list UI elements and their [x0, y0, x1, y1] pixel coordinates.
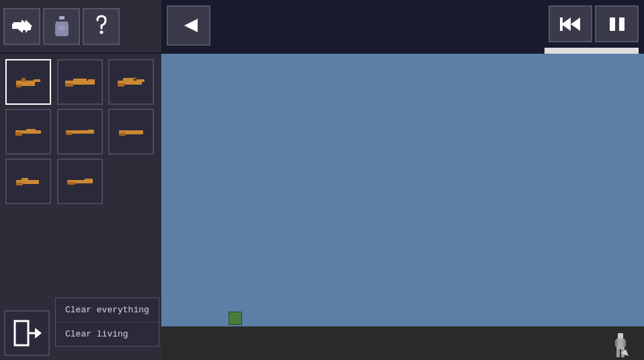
svg-marker-0 — [12, 19, 32, 33]
svg-rect-1 — [12, 25, 26, 28]
svg-point-3 — [58, 26, 65, 31]
svg-marker-34 — [561, 17, 571, 31]
item-cell-4[interactable] — [5, 109, 51, 154]
top-toolbar — [0, 0, 161, 54]
back-button[interactable] — [167, 5, 210, 46]
svg-rect-14 — [118, 83, 124, 87]
item-cell-7[interactable] — [5, 159, 51, 204]
clear-everything-button[interactable]: Clear everything — [56, 298, 159, 322]
game-area[interactable] — [161, 54, 644, 326]
svg-rect-32 — [85, 179, 93, 181]
item-cell-6[interactable]: └┘ — [108, 109, 154, 154]
progress-bar — [545, 48, 639, 54]
swap-button[interactable] — [3, 8, 40, 45]
character-sprite — [229, 312, 242, 325]
svg-rect-37 — [610, 17, 615, 31]
svg-rect-20 — [26, 129, 36, 132]
svg-rect-44 — [615, 340, 618, 347]
svg-rect-39 — [15, 321, 28, 345]
svg-rect-2 — [59, 16, 65, 19]
playback-buttons — [543, 0, 644, 48]
svg-rect-15 — [136, 79, 145, 82]
svg-rect-7 — [22, 78, 26, 82]
svg-rect-28 — [16, 183, 23, 185]
svg-point-4 — [99, 31, 103, 34]
top-right-controls — [536, 0, 644, 54]
bag-button[interactable] — [43, 8, 80, 45]
progress-bar-container — [545, 48, 639, 54]
svg-rect-22 — [66, 132, 73, 135]
pause-button[interactable] — [595, 5, 639, 42]
exit-button[interactable] — [4, 310, 50, 356]
svg-rect-42 — [618, 333, 623, 339]
item-cell-8[interactable] — [57, 159, 103, 204]
svg-rect-45 — [623, 340, 626, 347]
bottom-left-panel: Clear everything Clear living — [0, 306, 161, 360]
svg-rect-16 — [123, 78, 134, 81]
svg-rect-46 — [616, 349, 620, 357]
clear-living-button[interactable]: Clear living — [56, 322, 159, 346]
svg-rect-29 — [22, 178, 28, 181]
context-menu: Clear everything Clear living — [55, 298, 159, 347]
svg-rect-23 — [87, 130, 94, 132]
item-cell-3[interactable] — [108, 59, 154, 105]
item-cell-5[interactable] — [57, 109, 103, 154]
svg-marker-41 — [35, 328, 42, 339]
svg-rect-6 — [34, 79, 40, 82]
item-cell-1[interactable] — [5, 59, 51, 105]
svg-rect-12 — [73, 79, 87, 81]
svg-rect-10 — [65, 83, 73, 87]
svg-text:└┘: └┘ — [120, 130, 126, 136]
svg-rect-11 — [88, 79, 95, 81]
svg-marker-35 — [571, 17, 580, 31]
rewind-button[interactable] — [549, 5, 592, 42]
help-button[interactable] — [83, 8, 120, 45]
item-grid: └┘ — [0, 54, 161, 210]
svg-rect-8 — [16, 85, 22, 87]
svg-rect-36 — [560, 17, 563, 31]
svg-marker-33 — [184, 19, 198, 32]
svg-rect-38 — [619, 17, 625, 31]
item-cell-2[interactable] — [57, 59, 103, 105]
right-sprite — [610, 326, 631, 360]
svg-rect-19 — [15, 132, 22, 136]
bottom-bar — [161, 326, 644, 360]
svg-rect-17 — [134, 77, 136, 79]
svg-rect-31 — [67, 182, 75, 185]
